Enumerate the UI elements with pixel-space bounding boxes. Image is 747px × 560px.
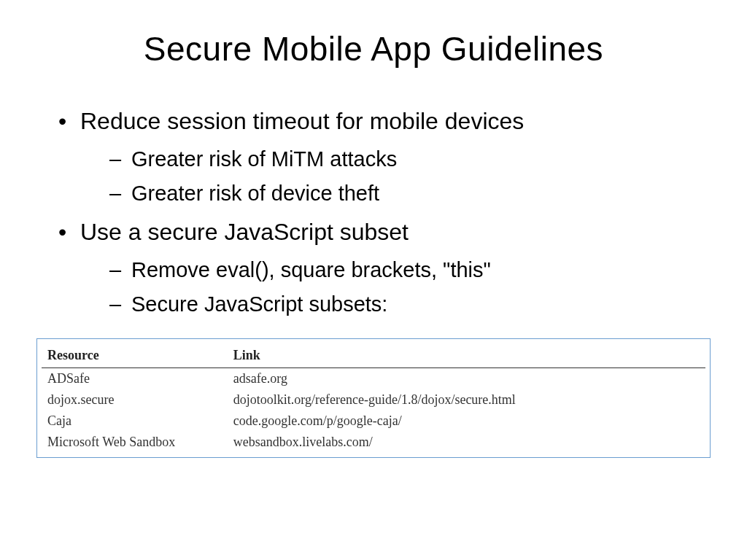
slide: Secure Mobile App Guidelines Reduce sess… bbox=[0, 0, 747, 487]
slide-title: Secure Mobile App Guidelines bbox=[36, 29, 711, 69]
table-header-link: Link bbox=[228, 343, 705, 368]
table-cell-resource: dojox.secure bbox=[42, 389, 228, 411]
table-cell-link: websandbox.livelabs.com/ bbox=[228, 432, 705, 453]
table-container: Resource Link ADSafe adsafe.org dojox.se… bbox=[36, 338, 711, 458]
bullet-item: Use a secure JavaScript subset Remove ev… bbox=[58, 216, 711, 321]
table-row: ADSafe adsafe.org bbox=[42, 368, 705, 389]
table-cell-link: dojotoolkit.org/reference-guide/1.8/dojo… bbox=[228, 389, 705, 411]
sub-item: Remove eval(), square brackets, "this" bbox=[109, 254, 711, 287]
table-cell-resource: ADSafe bbox=[42, 368, 228, 389]
table-cell-resource: Microsoft Web Sandbox bbox=[42, 432, 228, 453]
table-cell-resource: Caja bbox=[42, 411, 228, 432]
sub-item: Secure JavaScript subsets: bbox=[109, 289, 711, 321]
table-cell-link: adsafe.org bbox=[228, 368, 705, 389]
table-cell-link: code.google.com/p/google-caja/ bbox=[228, 411, 705, 432]
table-row: Caja code.google.com/p/google-caja/ bbox=[42, 411, 705, 432]
sub-item: Greater risk of device theft bbox=[109, 178, 711, 210]
table-header-row: Resource Link bbox=[42, 343, 705, 368]
table-row: Microsoft Web Sandbox websandbox.livelab… bbox=[42, 432, 705, 453]
resource-table: Resource Link ADSafe adsafe.org dojox.se… bbox=[42, 343, 705, 453]
bullet-item: Reduce session timeout for mobile device… bbox=[58, 105, 711, 210]
bullet-list: Reduce session timeout for mobile device… bbox=[36, 105, 711, 321]
bullet-text: Reduce session timeout for mobile device… bbox=[80, 108, 524, 134]
table-header-resource: Resource bbox=[42, 343, 228, 368]
sub-list: Greater risk of MiTM attacks Greater ris… bbox=[80, 144, 711, 210]
bullet-text: Use a secure JavaScript subset bbox=[80, 219, 409, 245]
sub-item: Greater risk of MiTM attacks bbox=[109, 144, 711, 176]
sub-list: Remove eval(), square brackets, "this" S… bbox=[80, 254, 711, 321]
table-row: dojox.secure dojotoolkit.org/reference-g… bbox=[42, 389, 705, 411]
